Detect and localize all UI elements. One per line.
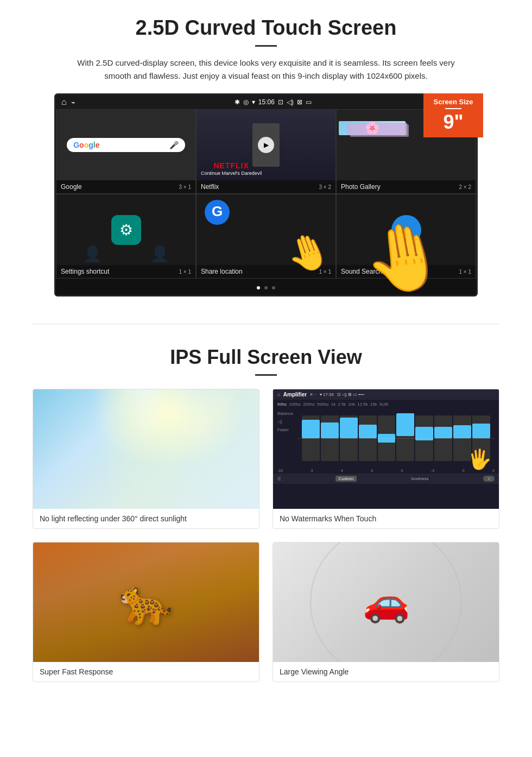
netflix-label-row: Netflix 3 × 2 bbox=[197, 180, 335, 193]
amp-freq-label: 60hz bbox=[277, 402, 287, 407]
g-red2: e bbox=[96, 141, 100, 149]
section2-divider bbox=[255, 374, 277, 376]
wifi-icon: ▾ bbox=[252, 98, 255, 106]
amp-scale-neg10: -10 bbox=[277, 469, 283, 472]
netflix-app-name: Netflix bbox=[201, 183, 219, 191]
car-image: 🚗 bbox=[273, 542, 499, 662]
amp-title: Amplifier bbox=[283, 392, 307, 398]
app-cell-netflix[interactable]: ▶ NETFLIX Continue Marvel's Daredevil Ne… bbox=[196, 109, 336, 194]
pagination-bar bbox=[56, 279, 476, 295]
share-location-preview: G 🤚 bbox=[197, 194, 335, 265]
amp-scale-0c: 0 bbox=[463, 469, 465, 472]
amp-custom-button[interactable]: Custom bbox=[335, 476, 357, 482]
google-grid-size: 3 × 1 bbox=[179, 184, 191, 190]
amp-fader-label: Fader bbox=[277, 427, 293, 432]
car-circle bbox=[310, 542, 462, 662]
gear-icon: ⚙ bbox=[119, 221, 133, 239]
pagination-dot-1[interactable] bbox=[257, 286, 260, 289]
window-icon: ▭ bbox=[306, 98, 312, 106]
close-box-icon: ⊠ bbox=[297, 98, 302, 106]
g-yellow: o bbox=[84, 141, 89, 149]
amp-equalizer: 🖐 bbox=[297, 411, 495, 465]
ghost-person-icon: 👤 bbox=[83, 245, 102, 263]
sound-search-icon: ♪ bbox=[391, 215, 421, 245]
google-label-row: Google 3 × 1 bbox=[56, 180, 195, 193]
amplifier-image: ⌂ Amplifier ≡ ·· ▾ 17:33 ⊡ ◁) ⊠ ▭ ⟵ 60hz… bbox=[273, 389, 499, 509]
amp-home-icon: ⌂ bbox=[277, 392, 280, 397]
pagination-dot-3[interactable] bbox=[272, 286, 275, 289]
maps-g-icon: G bbox=[205, 200, 230, 225]
g-red: o bbox=[79, 141, 84, 149]
amp-scale-neg3: -3 bbox=[431, 469, 434, 472]
settings-grid-size: 1 × 1 bbox=[179, 269, 191, 275]
title-divider bbox=[255, 45, 277, 47]
feature-card-sunlight: No light reflecting under 360° direct su… bbox=[33, 389, 259, 529]
netflix-grid-size: 3 × 2 bbox=[319, 184, 331, 190]
music-note-icon: ♪ bbox=[403, 222, 410, 238]
ghost-icons: 👤 👤 bbox=[56, 243, 195, 265]
camera-icon: ⊡ bbox=[278, 98, 283, 106]
photo-thumb-1: 🌸 bbox=[339, 121, 406, 135]
amp-freq5: 1k bbox=[331, 402, 335, 407]
sunlight-image bbox=[33, 389, 259, 509]
svg-text:G: G bbox=[212, 203, 223, 219]
amp-freq6: 2.5k bbox=[338, 402, 346, 407]
status-time: 15:06 bbox=[258, 98, 275, 106]
sound-search-grid-size: 1 × 1 bbox=[459, 269, 471, 275]
g-blue: G bbox=[73, 141, 79, 149]
section-ips: IPS Full Screen View No light reflecting… bbox=[0, 340, 532, 698]
sunlight-caption: No light reflecting under 360° direct su… bbox=[33, 509, 259, 528]
amp-header: ⌂ Amplifier ≡ ·· ▾ 17:33 ⊡ ◁) ⊠ ▭ ⟵ bbox=[273, 389, 499, 400]
microphone-icon: 🎤 bbox=[169, 141, 179, 149]
amp-scale-0: 0 bbox=[371, 469, 373, 472]
app-cell-sound-search[interactable]: ♪ Sound Search 1 × 1 bbox=[336, 194, 476, 279]
netflix-preview: ▶ NETFLIX Continue Marvel's Daredevil bbox=[197, 110, 335, 180]
app-cell-google[interactable]: Google 🎤 Google 3 × 1 bbox=[56, 109, 196, 194]
google-search-bar[interactable]: Google 🎤 bbox=[67, 138, 185, 152]
volume-icon: ◁) bbox=[287, 98, 294, 106]
sound-search-preview: ♪ bbox=[337, 194, 476, 265]
sound-search-label-row: Sound Search 1 × 1 bbox=[337, 265, 476, 278]
photo-gallery-label-row: Photo Gallery 2 × 2 bbox=[337, 180, 476, 193]
amp-balance-label: Balance bbox=[277, 411, 293, 416]
play-button[interactable]: ▶ bbox=[258, 137, 274, 153]
feature-grid: No light reflecting under 360° direct su… bbox=[33, 389, 499, 682]
status-bar: ⌂ ⌁ ✱ ◎ ▾ 15:06 ⊡ ◁) ⊠ ▭ bbox=[56, 95, 476, 109]
cheetah-caption: Super Fast Response bbox=[33, 662, 259, 682]
amp-toggle[interactable]: ○ bbox=[483, 476, 495, 482]
amp-cam-icon: ⊡ ◁) ⊠ ▭ ⟵ bbox=[337, 392, 365, 397]
amp-freq8: 12.5k bbox=[357, 402, 368, 407]
photo-gallery-grid-size: 2 × 2 bbox=[459, 184, 471, 190]
section-divider bbox=[33, 324, 499, 324]
g-blue2: g bbox=[88, 141, 93, 149]
pagination-dot-2[interactable] bbox=[264, 286, 268, 289]
section-curved-screen: 2.5D Curved Touch Screen With 2.5D curve… bbox=[0, 0, 532, 307]
usb-icon: ⌁ bbox=[71, 98, 75, 106]
app-cell-share-location[interactable]: G 🤚 Share location 1 × 1 bbox=[196, 194, 336, 279]
location-icon: ◎ bbox=[243, 98, 249, 106]
home-icon[interactable]: ⌂ bbox=[61, 97, 67, 107]
amp-back-icon: ⟨⟨ bbox=[277, 476, 281, 481]
amp-freq2: 100hz bbox=[289, 402, 301, 407]
amplifier-caption: No Watermarks When Touch bbox=[273, 509, 499, 528]
amp-hand-icon: 🖐 bbox=[467, 448, 492, 471]
amp-freq9: 15k bbox=[370, 402, 377, 407]
google-logo: Google bbox=[73, 141, 99, 149]
amp-scale-0d: 0 bbox=[492, 469, 495, 472]
amp-menu-icon: ≡ ·· bbox=[310, 392, 316, 397]
app-cell-settings[interactable]: ⚙ 👤 👤 Settings shortcut 1 × 1 bbox=[56, 194, 196, 279]
settings-label-row: Settings shortcut 1 × 1 bbox=[56, 265, 195, 278]
settings-preview: ⚙ 👤 👤 bbox=[56, 194, 195, 265]
car-caption: Large Viewing Angle bbox=[273, 662, 499, 682]
amp-freq3: 200hz bbox=[303, 402, 315, 407]
amp-footer: ⟨⟨ Custom loudness ○ bbox=[273, 474, 499, 484]
feature-card-car: 🚗 Large Viewing Angle bbox=[273, 542, 499, 682]
cheetah-image: 🐆 bbox=[33, 542, 259, 662]
google-preview: Google 🎤 bbox=[56, 110, 195, 180]
netflix-label-overlay: NETFLIX Continue Marvel's Daredevil bbox=[201, 161, 262, 176]
amp-freq4: 500hz bbox=[317, 402, 329, 407]
amp-scale-0b: 0 bbox=[401, 469, 403, 472]
amp-scale-3: 3 bbox=[311, 469, 313, 472]
status-left: ⌂ ⌁ bbox=[61, 97, 75, 107]
amp-wifi-icon: ▾ 17:33 bbox=[320, 392, 334, 397]
